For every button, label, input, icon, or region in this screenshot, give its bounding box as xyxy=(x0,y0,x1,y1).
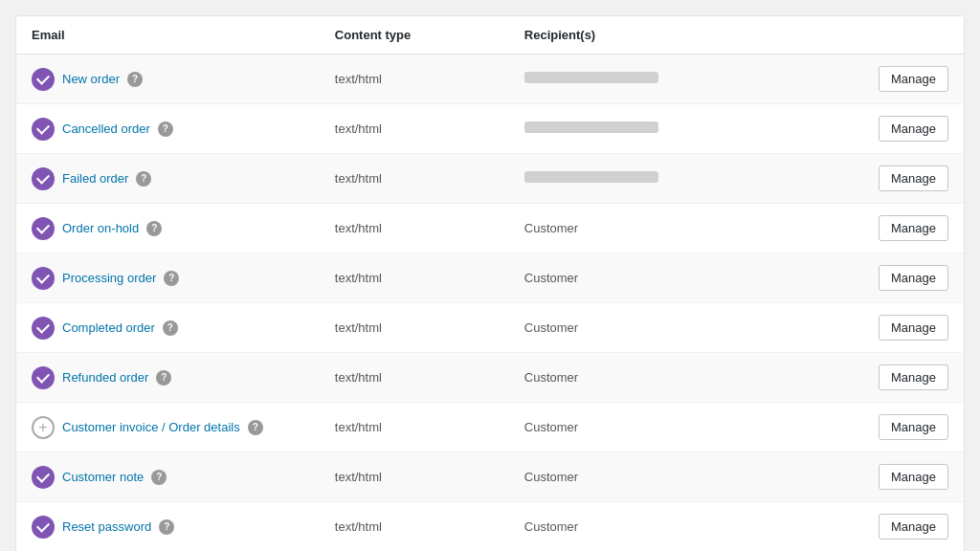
action-cell: Manage xyxy=(831,303,964,353)
table-row: Completed order?text/htmlCustomerManage xyxy=(16,303,964,353)
header-email: Email xyxy=(16,16,320,55)
action-cell: Manage xyxy=(831,204,964,253)
manage-button[interactable]: Manage xyxy=(879,66,948,92)
table-row: Order on-hold?text/htmlCustomerManage xyxy=(16,204,964,253)
help-icon[interactable]: ? xyxy=(146,221,162,236)
action-cell: Manage xyxy=(831,403,964,452)
table-row: Failed order?text/htmlManage xyxy=(16,154,964,204)
email-name-link[interactable]: Refunded order xyxy=(62,370,148,385)
manage-button[interactable]: Manage xyxy=(879,165,948,191)
table-row: Customer invoice / Order details?text/ht… xyxy=(16,403,964,452)
manage-button[interactable]: Manage xyxy=(879,364,948,390)
help-icon[interactable]: ? xyxy=(158,121,173,137)
email-name-link[interactable]: New order xyxy=(62,72,120,86)
action-cell: Manage xyxy=(831,353,964,403)
help-icon[interactable]: ? xyxy=(159,519,174,535)
content-type-cell: text/html xyxy=(320,303,509,353)
disabled-icon xyxy=(32,416,55,439)
help-icon[interactable]: ? xyxy=(151,470,167,485)
help-icon[interactable]: ? xyxy=(164,271,179,286)
enabled-icon xyxy=(32,118,55,141)
manage-button[interactable]: Manage xyxy=(879,215,948,241)
help-icon[interactable]: ? xyxy=(163,320,178,336)
recipient-cell xyxy=(509,104,832,154)
recipient-redacted xyxy=(524,171,658,183)
recipient-cell: Customer xyxy=(509,452,832,502)
content-type-cell: text/html xyxy=(320,154,509,204)
recipient-cell: Customer xyxy=(509,204,832,253)
table-header-row: Email Content type Recipient(s) xyxy=(16,16,964,55)
action-cell: Manage xyxy=(831,452,964,502)
manage-button[interactable]: Manage xyxy=(879,265,948,291)
recipient-redacted xyxy=(524,72,658,83)
help-icon[interactable]: ? xyxy=(156,370,171,386)
email-name-link[interactable]: Cancelled order xyxy=(62,121,150,136)
manage-button[interactable]: Manage xyxy=(879,315,948,341)
table-row: Cancelled order?text/htmlManage xyxy=(16,104,964,154)
email-name-link[interactable]: Processing order xyxy=(62,271,156,285)
recipient-cell: Customer xyxy=(509,353,832,403)
help-icon[interactable]: ? xyxy=(248,420,263,435)
action-cell: Manage xyxy=(831,253,964,303)
table-row: Customer note?text/htmlCustomerManage xyxy=(16,452,964,502)
manage-button[interactable]: Manage xyxy=(879,514,948,540)
content-type-cell: text/html xyxy=(320,104,509,154)
email-notifications-table: Email Content type Recipient(s) New orde… xyxy=(15,15,965,551)
enabled-icon xyxy=(32,317,55,340)
email-name-link[interactable]: Failed order xyxy=(62,171,128,186)
table-row: Reset password?text/htmlCustomerManage xyxy=(16,502,964,552)
table-row: New order?text/htmlManage xyxy=(16,55,964,104)
manage-button[interactable]: Manage xyxy=(879,464,948,490)
email-name-link[interactable]: Completed order xyxy=(62,320,155,335)
help-icon[interactable]: ? xyxy=(127,72,143,87)
content-type-cell: text/html xyxy=(320,502,509,552)
content-type-cell: text/html xyxy=(320,403,509,452)
action-cell: Manage xyxy=(831,104,964,154)
recipient-cell xyxy=(509,154,832,204)
recipient-cell: Customer xyxy=(509,403,832,452)
table-row: Processing order?text/htmlCustomerManage xyxy=(16,253,964,303)
manage-button[interactable]: Manage xyxy=(879,116,948,142)
enabled-icon xyxy=(32,516,55,539)
enabled-icon xyxy=(32,217,55,240)
enabled-icon xyxy=(32,466,55,489)
recipient-cell: Customer xyxy=(509,502,832,552)
content-type-cell: text/html xyxy=(320,253,509,303)
content-type-cell: text/html xyxy=(320,353,509,403)
email-name-link[interactable]: Customer invoice / Order details xyxy=(62,420,240,434)
recipient-cell: Customer xyxy=(509,253,832,303)
email-name-link[interactable]: Reset password xyxy=(62,519,151,534)
content-type-cell: text/html xyxy=(320,204,509,253)
email-name-link[interactable]: Order on-hold xyxy=(62,221,139,235)
manage-button[interactable]: Manage xyxy=(879,414,948,440)
content-type-cell: text/html xyxy=(320,55,509,104)
enabled-icon xyxy=(32,267,55,290)
header-recipients: Recipient(s) xyxy=(509,16,832,55)
enabled-icon xyxy=(32,366,55,389)
enabled-icon xyxy=(32,167,55,190)
email-name-link[interactable]: Customer note xyxy=(62,470,144,484)
header-content-type: Content type xyxy=(320,16,509,55)
recipient-redacted xyxy=(524,121,658,133)
action-cell: Manage xyxy=(831,55,964,104)
content-type-cell: text/html xyxy=(320,452,509,502)
table-row: Refunded order?text/htmlCustomerManage xyxy=(16,353,964,403)
header-action xyxy=(831,16,964,55)
recipient-cell: Customer xyxy=(509,303,832,353)
recipient-cell xyxy=(509,55,832,104)
action-cell: Manage xyxy=(831,502,964,552)
help-icon[interactable]: ? xyxy=(136,171,151,187)
action-cell: Manage xyxy=(831,154,964,204)
enabled-icon xyxy=(32,68,55,91)
